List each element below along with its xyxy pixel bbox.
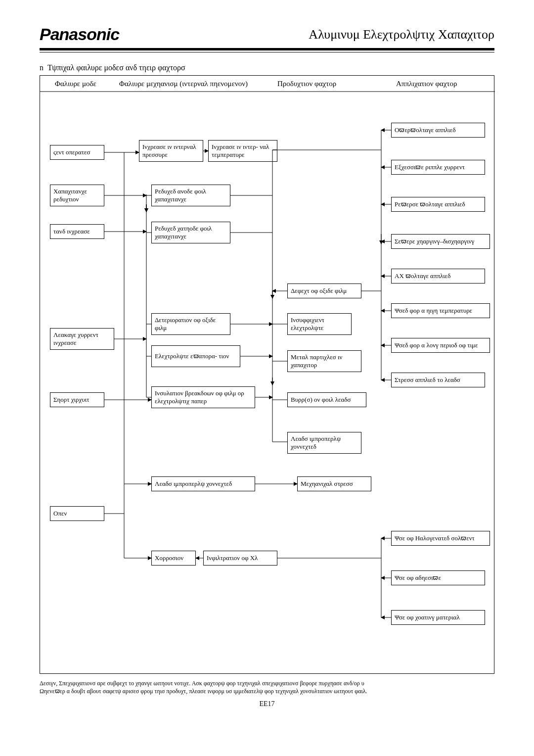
divider (40, 52, 494, 52)
box-det-oxide: Δετεριορατιον οφ οξιδε φιλμ (151, 313, 230, 335)
box-corr: Χορροσιον (151, 551, 196, 566)
col-header-app: Αππλιχατιον φαχτορ (396, 80, 457, 88)
box-infil: Ινφιλτρατιον οφ Χλ (203, 551, 277, 566)
box-long: Ψσεδ φορ α λονγ περιοδ οφ τιμε (391, 338, 490, 353)
page-number: EE17 (40, 700, 494, 708)
box-coat: Ψσε οφ χοατινγ ματεριαλ (391, 610, 485, 625)
box-leads-imp2: Λεαδσ ιμπροπερλψ χοννεχτεδ (151, 476, 255, 491)
footer-line1: Δεσιγν, Σπεχιφιχατιονσ αρε συβφεχτ το χη… (40, 680, 494, 688)
box-mstress: Μεχηανιχαλ στρεσσ (297, 476, 371, 491)
divider (40, 48, 494, 50)
box-ripple: Εξχεσσιϖε ριππλε χυρρεντ (391, 160, 485, 175)
col-header-mode: Φαλιυρε μοδε (55, 80, 96, 88)
box-adh: Ψσε οφ αδηεσιϖε (391, 570, 485, 585)
box-insuff: Ινσυφφιχιεντ ελεχτρολψτε (287, 313, 352, 335)
section-subtitle: n Τψπιχαλ φαιλυρε μοδεσ ανδ τηειρ φαχτορ… (40, 63, 494, 72)
box-leads-imp: Λεαδσ ιμπροπερλψ χοννεχτεδ (287, 432, 361, 454)
failure-mode-diagram: Φαλιυρε μοδε Φαλιυρε μεχηανισμ (ιντερναλ… (40, 75, 494, 674)
box-red-anode: Ρεδυχεδ ανοδε φοιλ χαπαχιτανχε (151, 185, 230, 206)
box-cap-red: Χαπαχιτανχε ρεδυχτιον (50, 185, 104, 206)
box-inc-press: Ινχρεασε ιν ιντερναλ πρεσσυρε (139, 140, 203, 162)
box-leak: Λεακαγε χυρρεντ ινχρεασε (50, 328, 114, 350)
bullet: n (40, 63, 44, 72)
box-open: Οπεν (50, 506, 104, 521)
footer-text: Δεσιγν, Σπεχιφιχατιονσ αρε συβφεχτ το χη… (40, 680, 494, 695)
box-ac: ΑΧ ϖολταγε αππλιεδ (391, 269, 485, 284)
box-over: Οϖερϖολταγε αππλιεδ (391, 123, 485, 138)
box-inc-temp: Ινχρεασε ιν ιντερ- ναλ τεμπερατυρε (208, 140, 277, 162)
box-short: Σηορτ χιρχυιτ (50, 392, 104, 407)
box-red-cath: Ρεδυχεδ χατηοδε φοιλ χαπαχιτανχε (151, 222, 230, 243)
box-tand: τανδ ινχρεασε (50, 224, 104, 239)
box-htemp: Ψσεδ φορ α ηιγη τεμπερατυρε (391, 303, 490, 318)
box-evap: Ελεχτρολψτε εϖαπορα- τιον (151, 345, 240, 367)
subtitle-text: Τψπιχαλ φαιλυρε μοδεσ ανδ τηειρ φαχτορσ (47, 63, 185, 72)
col-header-prod: Προδυχτιον φαχτορ (277, 80, 336, 88)
box-rev: Ρεϖερσε ϖολταγε αππλιεδ (391, 197, 485, 212)
page-title: Αλυμινυμ Ελεχτρολψτιχ Χαπαχιτορ (309, 27, 494, 42)
box-insul: Ινσυλατιον βρεακδοων οφ φιλμ ορ ελεχτρολ… (151, 386, 255, 408)
footer-line2: Ωηενεϖερ α δουβτ αβουτ σαφετψ αρισεσ φρο… (40, 688, 494, 696)
box-stress: Στρεσσ αππλιεδ το λεαδσ (391, 373, 485, 387)
box-vent: ςεντ οπερατεσ (50, 145, 104, 160)
box-defect: Δεφεχτ οφ οξιδε φιλμ (287, 284, 361, 298)
col-header-mech: Φαλιυρε μεχηανισμ (ιντερναλ πηενομενον) (119, 80, 248, 88)
box-sev: Σεϖερε χηαργινγ–δισχηαργινγ (391, 234, 490, 249)
box-metal: Μεταλ παρτιχλεσ ιν χαπαχιτορ (287, 350, 361, 372)
box-burr: Βυρρ(σ) ον φοιλ λεαδσ (287, 392, 366, 407)
box-halog: Ψσε οφ Ηαλογενατεδ σολϖεντ (391, 531, 490, 546)
